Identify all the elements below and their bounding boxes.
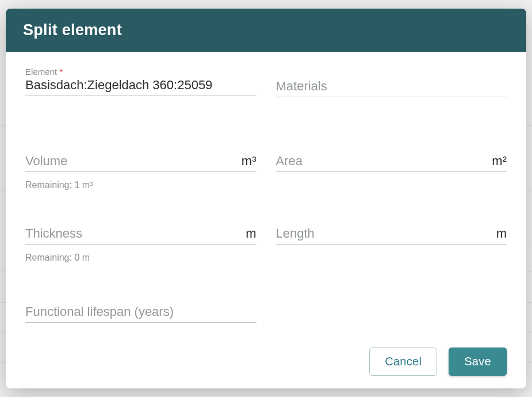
materials-field: Materials	[276, 67, 507, 97]
thickness-field: m Remaining: 0 m	[25, 225, 257, 263]
volume-unit: m³	[242, 154, 257, 169]
required-asterisk: *	[59, 67, 63, 77]
area-input[interactable]	[276, 152, 488, 170]
lifespan-input-line[interactable]	[25, 303, 257, 323]
thickness-input[interactable]	[25, 225, 241, 242]
volume-helper: Remaining: 1 m³	[25, 180, 257, 190]
modal-footer: Cancel Save	[6, 344, 526, 388]
element-value: Basisdach:Ziegeldach 360:25059	[25, 77, 257, 94]
length-input[interactable]	[276, 225, 492, 242]
length-unit: m	[496, 226, 507, 241]
cancel-button[interactable]: Cancel	[369, 348, 437, 376]
volume-input-line[interactable]: m³	[25, 152, 257, 172]
thickness-input-line[interactable]: m	[25, 225, 257, 245]
area-unit: m²	[492, 154, 507, 169]
modal-title: Split element	[23, 21, 509, 39]
split-element-modal: Split element Element * Basisdach:Ziegel…	[6, 9, 526, 388]
thickness-helper: Remaining: 0 m	[25, 253, 257, 263]
length-input-line[interactable]: m	[276, 225, 507, 245]
save-button[interactable]: Save	[449, 348, 507, 376]
element-field: Element * Basisdach:Ziegeldach 360:25059	[25, 67, 257, 97]
volume-field: m³ Remaining: 1 m³	[25, 152, 257, 190]
element-label: Element *	[25, 67, 257, 77]
modal-header: Split element	[6, 9, 526, 52]
thickness-unit: m	[246, 226, 256, 241]
length-field: m	[276, 225, 507, 263]
volume-input[interactable]	[25, 152, 237, 170]
materials-placeholder: Materials	[276, 78, 507, 95]
area-input-line[interactable]: m²	[276, 152, 507, 172]
lifespan-input[interactable]	[25, 303, 257, 320]
lifespan-field	[25, 303, 257, 323]
area-field: m²	[276, 152, 507, 190]
element-input-line[interactable]: Basisdach:Ziegeldach 360:25059	[25, 77, 257, 96]
modal-body: Element * Basisdach:Ziegeldach 360:25059…	[6, 52, 526, 344]
materials-input-line[interactable]: Materials	[276, 67, 507, 97]
